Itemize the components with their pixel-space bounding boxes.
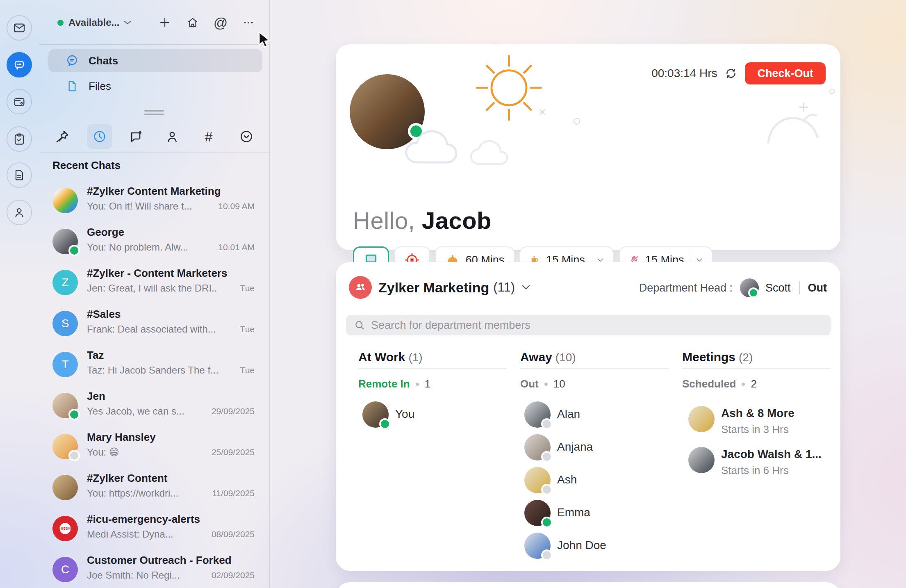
member-row[interactable]: John Doe [524, 533, 672, 559]
filter-recent-icon[interactable] [87, 124, 112, 149]
presence-dot [543, 485, 551, 494]
avatar: EMERGENCY [52, 516, 78, 541]
work-timer: 00:03:14 Hrs Check-Out [651, 62, 826, 84]
file-icon [66, 80, 79, 93]
presence-dot [70, 246, 78, 255]
greeting-text: Hello, Jacob [353, 207, 492, 234]
ring-decoration [574, 118, 580, 125]
department-title: Zylker Marketing [378, 280, 489, 296]
greeting-card: × + 00:03:14 Hrs Check-Out Hello, Jacob [336, 44, 840, 250]
tasks-icon[interactable] [7, 126, 32, 152]
divider [682, 368, 831, 369]
department-head-status: Out [808, 282, 827, 294]
member-row[interactable]: You [362, 401, 510, 428]
filter-unread-icon[interactable] [123, 124, 148, 149]
status-online-dot [57, 20, 64, 26]
chevron-down-icon[interactable] [521, 285, 530, 290]
column-meetings-header: Meetings(2) [682, 350, 753, 364]
sidebar: Available... @ Chats [39, 0, 270, 588]
panel-resize-handle[interactable] [144, 110, 164, 117]
divider [39, 44, 269, 45]
home-icon[interactable] [186, 16, 200, 30]
sidebar-header: Available... @ [39, 9, 269, 36]
department-card: Zylker Marketing (11) Department Head : … [336, 262, 840, 571]
sidebar-item-chats[interactable]: Chats [48, 49, 262, 72]
recent-chats-title: Recent Chats [52, 159, 121, 172]
member-row[interactable]: Anjana [524, 434, 672, 460]
department-head-name[interactable]: Scott [765, 282, 791, 294]
list-item[interactable]: Jen Yes Jacob, we can s... 29/09/2025 [44, 385, 265, 426]
presence-dot [70, 451, 78, 460]
list-item[interactable]: #Zylker Content Marketing You: On it! Wi… [44, 180, 265, 221]
list-item[interactable]: C Customer Outreach - Forked Joe Smith: … [44, 549, 265, 588]
member-row[interactable]: Alan [524, 401, 672, 428]
sidebar-item-label: Files [89, 80, 111, 93]
presence-dot [543, 453, 551, 461]
department-header[interactable]: Zylker Marketing (11) [349, 276, 530, 299]
status-selector[interactable]: Available... [57, 17, 131, 28]
department-head-label: Department Head : [639, 282, 733, 294]
sidebar-item-label: Chats [89, 55, 118, 67]
filter-more-icon[interactable] [234, 124, 259, 149]
column-away-header: Away(10) [520, 350, 576, 364]
list-item[interactable]: S #Sales Frank: Deal associated with... … [44, 303, 265, 344]
avatar[interactable] [740, 278, 759, 297]
list-item[interactable]: T Taz Taz: Hi Jacob Sanders The f... Tue [44, 344, 265, 385]
app-rail [0, 0, 39, 588]
contacts-icon[interactable] [7, 200, 32, 225]
presence-dot [543, 420, 551, 428]
member-row[interactable]: Emma [524, 500, 672, 526]
chat-filters: # [39, 124, 269, 149]
next-card-peek [336, 582, 840, 588]
cloud-decoration [764, 102, 834, 147]
list-item[interactable]: EMERGENCY #icu-emergency-alerts Medi Ass… [44, 508, 265, 549]
avatar: C [52, 557, 78, 582]
filter-pinned-icon[interactable] [50, 124, 75, 149]
avatar: Z [52, 270, 78, 295]
cloud-decoration [401, 126, 549, 167]
user-avatar[interactable] [350, 74, 425, 149]
member-row[interactable]: Ash [524, 467, 672, 493]
timer-value: 00:03:14 Hrs [651, 67, 717, 80]
list-item[interactable]: Z #Zylker - Content Marketers Jen: Great… [44, 262, 265, 303]
filter-channels-icon[interactable]: # [196, 124, 221, 149]
new-chat-icon[interactable] [158, 16, 172, 30]
search-input[interactable] [371, 319, 831, 332]
divider [799, 281, 800, 294]
plus-decoration: + [798, 97, 809, 117]
check-out-button[interactable]: Check-Out [745, 62, 826, 84]
meeting-row[interactable]: Jacob Walsh & 1... Starts in 6 Hrs [688, 447, 840, 481]
status-label: Available... [68, 17, 120, 28]
presence-dot [381, 420, 389, 428]
meeting-row[interactable]: Ash & 8 More Starts in 3 Hrs [688, 406, 840, 440]
more-options-icon[interactable] [241, 16, 255, 30]
search-icon [354, 319, 365, 331]
presence-dot [543, 518, 551, 526]
department-search [346, 315, 831, 335]
presence-dot [70, 410, 78, 419]
scheduled-tag: Scheduled 2 [682, 378, 757, 390]
mentions-icon[interactable]: @ [214, 16, 228, 30]
sidebar-item-files[interactable]: Files [48, 75, 262, 98]
avatar [688, 447, 715, 473]
department-people-icon [349, 276, 372, 299]
filter-direct-messages-icon[interactable] [159, 124, 185, 149]
user-name: Jacob [422, 207, 492, 234]
out-tag: Out 10 [520, 378, 565, 390]
presence-dot [410, 125, 422, 137]
sun-icon [471, 48, 547, 124]
chats-bubble-icon [66, 54, 79, 67]
list-item[interactable]: #Zylker Content You: https://workdri... … [44, 467, 265, 508]
list-item[interactable]: Mary Hansley You: 😄 25/09/2025 [44, 426, 265, 467]
hello-word: Hello, [353, 207, 415, 234]
list-item[interactable]: George You: No problem. Alw... 10:01 AM [44, 221, 265, 262]
remote-in-tag: Remote In 1 [358, 378, 430, 390]
wallet-icon[interactable] [7, 89, 32, 114]
avatar: T [52, 352, 78, 377]
divider [358, 368, 507, 369]
chat-icon[interactable] [7, 52, 32, 77]
sync-icon[interactable] [724, 67, 738, 80]
mouse-cursor [257, 31, 273, 49]
docs-icon[interactable] [7, 162, 32, 188]
mail-icon[interactable] [7, 15, 32, 41]
